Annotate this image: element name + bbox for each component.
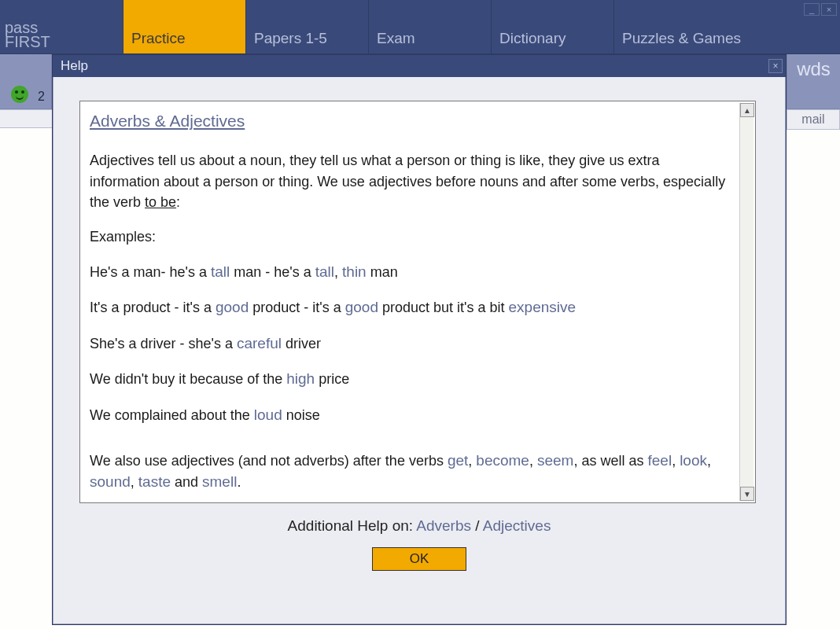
mail-tab[interactable]: mail	[787, 109, 840, 130]
examples-label: Examples:	[90, 226, 733, 247]
help-content: Adverbs & Adjectives Adjectives tell us …	[80, 101, 755, 502]
tab-papers[interactable]: Papers 1-5	[245, 0, 368, 53]
help-content-box: Adverbs & Adjectives Adjectives tell us …	[79, 101, 756, 503]
additional-help-row: Additional Help on: Adverbs / Adjectives	[79, 517, 759, 535]
app-brand: pass FIRST	[5, 20, 50, 49]
example-3: She's a driver - she's a careful driver	[90, 333, 733, 355]
tab-label: Practice	[131, 30, 186, 47]
help-dialog-titlebar: Help ×	[53, 55, 786, 77]
ok-row: OK	[79, 547, 759, 571]
tab-label: Papers 1-5	[254, 30, 327, 47]
tab-label: Exam	[377, 30, 415, 47]
tab-strip: Practice Papers 1-5 Exam Dictionary Puzz…	[123, 0, 752, 53]
tab-exam[interactable]: Exam	[368, 0, 491, 53]
tab-dictionary[interactable]: Dictionary	[491, 0, 613, 53]
help-dialog: Help × Adverbs & Adjectives Adjectives t…	[52, 54, 787, 625]
smiley-icon	[11, 86, 28, 103]
main-menu-bar: pass FIRST Practice Papers 1-5 Exam Dict…	[0, 0, 840, 53]
help-intro: Adjectives tell us about a noun, they te…	[90, 150, 733, 212]
score-count: 2	[38, 90, 45, 104]
tab-label: Dictionary	[499, 30, 566, 47]
additional-help-adverbs-link[interactable]: Adverbs	[416, 517, 471, 534]
example-5: We complained about the loud noise	[90, 404, 733, 426]
work-area: 2 wds mail Help × Adverbs & Adjectives A…	[0, 53, 840, 629]
close-icon[interactable]: ×	[821, 3, 837, 16]
additional-help-prefix: Additional Help on:	[288, 517, 417, 534]
scroll-up-icon[interactable]: ▲	[740, 103, 754, 117]
help-heading: Adverbs & Adjectives	[90, 109, 733, 133]
example-2: It's a product - it's a good product - i…	[90, 296, 733, 318]
scroll-down-icon[interactable]: ▼	[740, 487, 754, 501]
content-scrollbar[interactable]: ▲ ▼	[739, 103, 753, 501]
tab-label: Puzzles & Games	[622, 30, 741, 47]
tab-puzzles[interactable]: Puzzles & Games	[613, 0, 752, 53]
example-1: He's a man- he's a tall man - he's a tal…	[90, 261, 733, 283]
ok-button[interactable]: OK	[372, 547, 466, 571]
window-controls: _ ×	[804, 3, 837, 16]
additional-help-adjectives-link[interactable]: Adjectives	[483, 517, 551, 534]
example-4: We didn't buy it because of the high pri…	[90, 368, 733, 390]
help-dialog-title: Help	[61, 58, 88, 73]
tab-practice[interactable]: Practice	[123, 0, 245, 53]
help-dialog-body: Adverbs & Adjectives Adjectives tell us …	[53, 77, 786, 585]
left-status-panel: 2	[0, 54, 52, 109]
help-dialog-close-icon[interactable]: ×	[768, 59, 783, 73]
closing-paragraph: We also use adjectives (and not adverbs)…	[90, 450, 733, 493]
minimize-icon[interactable]: _	[804, 3, 820, 16]
brand-line2: FIRST	[5, 35, 50, 49]
right-wds-panel: wds	[787, 54, 840, 109]
